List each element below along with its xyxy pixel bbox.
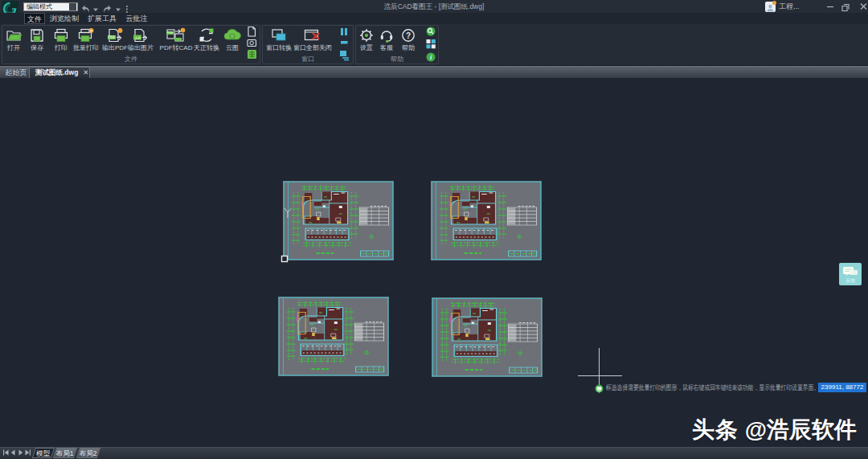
svg-text:PDF: PDF: [167, 31, 174, 35]
svg-text:?: ?: [406, 31, 411, 40]
svg-text:反馈: 反馈: [845, 278, 855, 283]
svg-text:PDF: PDF: [108, 35, 116, 39]
